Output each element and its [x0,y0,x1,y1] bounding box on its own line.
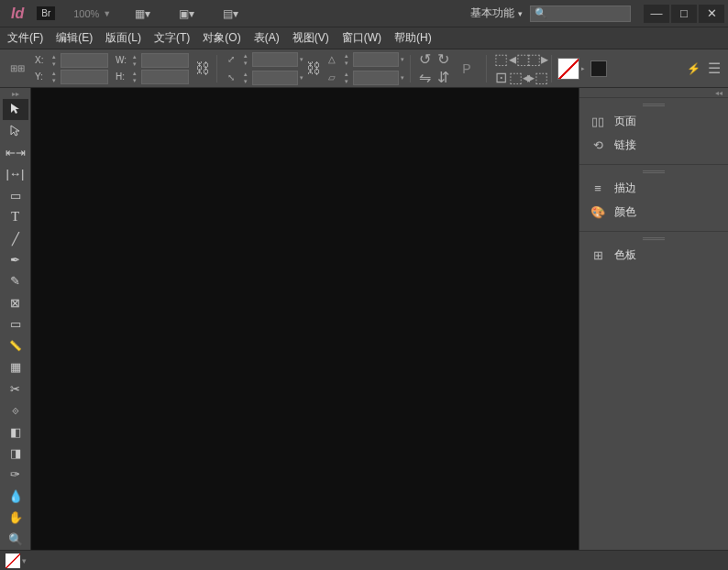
menu-help[interactable]: 帮助(H) [394,30,432,46]
panel-collapse-bar[interactable]: ◂◂ [579,88,728,97]
scale-y-input[interactable] [252,71,298,85]
rotate-ccw-icon[interactable]: ↺ [416,51,433,68]
search-input[interactable]: 🔍 [530,5,631,22]
panel-gripper[interactable] [579,236,728,241]
maximize-button[interactable]: □ [671,5,697,23]
note-tool[interactable]: ✑ [3,464,28,485]
x-input[interactable] [61,53,108,68]
gap-tool[interactable]: |↔| [3,163,28,184]
rotate-cw-icon[interactable]: ↻ [435,51,451,68]
stroke-icon: ≡ [590,181,605,195]
arrange-docs-icon[interactable]: ▤▾ [217,5,243,23]
select-first-icon[interactable]: ⬚◂ [511,70,527,86]
flip-v-icon[interactable]: ⇵ [435,70,451,86]
measure-tool[interactable]: 📏 [3,335,28,356]
content-collector-tool[interactable]: ▭ [3,185,28,206]
w-stepper[interactable]: ▴▾ [130,53,139,68]
panel-swatches[interactable]: ⊞ 色板 [579,243,728,267]
status-fill-swatch[interactable] [6,554,20,568]
grid-tool[interactable]: ▦ [3,356,28,378]
stroke-swatch[interactable] [590,60,607,77]
rectangle-tool[interactable]: ▭ [3,313,28,334]
panel-stroke[interactable]: ≡ 描边 [579,176,728,200]
selection-tool[interactable] [3,99,28,120]
eyedropper-tool[interactable]: 💧 [3,486,28,507]
toolbox-expand-icon[interactable]: ▸▸ [0,90,30,99]
fill-swatch[interactable] [557,58,579,80]
fill-dropdown-icon[interactable]: ▸ [581,65,585,72]
page-tool[interactable]: ⇤⇥ [3,142,28,163]
y-stepper[interactable]: ▴▾ [50,70,59,84]
reference-point-icon[interactable]: ⊞⊞ [6,60,29,77]
menu-layout[interactable]: 版面(L) [105,30,141,46]
rectangle-frame-tool[interactable]: ⊠ [3,292,28,313]
pen-tool[interactable]: ✒ [3,249,28,270]
panel-pages[interactable]: ▯▯ 页面 [579,109,728,133]
panel-links[interactable]: ⟲ 链接 [579,133,728,157]
select-container-icon[interactable]: ⬚ [492,51,509,68]
rotate-shear-group: △▴▾▾ ▱▴▾▾ [324,51,404,86]
bridge-badge[interactable]: Br [37,6,55,20]
w-input[interactable] [141,53,189,68]
panel-gripper[interactable] [579,169,728,174]
x-stepper[interactable]: ▴▾ [50,53,59,68]
select-content-icon[interactable]: ⊡ [492,70,509,86]
panel-group-1: ▯▯ 页面 ⟲ 链接 [579,97,728,164]
screen-mode-icon[interactable]: ▣▾ [173,5,199,23]
minimize-button[interactable]: — [644,5,669,23]
h-input[interactable] [141,70,189,84]
select-last-icon[interactable]: ▸⬚ [529,70,546,86]
select-next-icon[interactable]: ⬚▸ [529,51,546,68]
line-tool[interactable]: ╱ [3,227,28,248]
panel-gripper[interactable] [579,102,728,107]
menu-type[interactable]: 文字(T) [154,30,190,46]
constrain-proportions-icon[interactable]: ⛓ [194,60,211,77]
hand-tool[interactable]: ✋ [3,507,28,528]
workspace-selector[interactable]: 基本功能 ▾ [470,5,523,21]
panel-group-2: ≡ 描边 🎨 颜色 [579,164,728,231]
pages-icon: ▯▯ [590,114,605,128]
quick-apply-icon[interactable]: ⚡ [687,62,700,75]
control-menu-icon[interactable]: ☰ [706,60,722,77]
scale-y-stepper[interactable]: ▴▾ [241,71,250,85]
link-scale-icon[interactable]: ⛓ [305,60,322,77]
menu-file[interactable]: 文件(F) [7,30,43,46]
scissors-tool[interactable]: ✂ [3,378,28,399]
direct-selection-tool[interactable] [3,120,28,141]
rotate-dropdown[interactable]: ▾ [401,56,404,63]
free-transform-tool[interactable]: ⟐ [3,400,28,421]
zoom-dropdown-icon[interactable]: ▼ [103,9,111,18]
h-stepper[interactable]: ▴▾ [130,70,139,84]
rotate-input[interactable] [353,52,399,67]
gradient-feather-tool[interactable]: ◨ [3,443,28,464]
scale-x-input[interactable] [252,52,298,67]
y-input[interactable] [61,70,108,84]
scale-y-dropdown[interactable]: ▾ [300,74,303,82]
shear-dropdown[interactable]: ▾ [401,74,404,82]
type-tool[interactable]: T [3,206,28,227]
status-dropdown-icon[interactable]: ▾ [22,556,27,565]
select-prev-icon[interactable]: ◂⬚ [511,51,527,68]
scale-x-stepper[interactable]: ▴▾ [241,52,250,67]
scale-x-dropdown[interactable]: ▾ [300,56,303,63]
links-icon: ⟲ [590,137,605,152]
menu-object[interactable]: 对象(O) [203,30,240,46]
close-button[interactable]: ✕ [699,5,724,23]
menu-view[interactable]: 视图(V) [292,30,329,46]
menu-table[interactable]: 表(A) [254,30,280,46]
document-canvas[interactable] [31,88,579,550]
menu-window[interactable]: 窗口(W) [342,30,381,46]
w-label: W: [116,55,128,65]
shear-input[interactable] [353,71,399,85]
y-label: Y: [35,71,48,82]
pencil-tool[interactable]: ✎ [3,270,28,291]
flip-h-icon[interactable]: ⇋ [416,70,433,86]
gradient-swatch-tool[interactable]: ◧ [3,421,28,442]
zoom-level[interactable]: 100% [73,8,99,19]
panel-color[interactable]: 🎨 颜色 [579,200,728,224]
zoom-tool[interactable]: 🔍 [3,529,28,550]
shear-stepper[interactable]: ▴▾ [342,71,351,85]
rotate-stepper[interactable]: ▴▾ [342,52,351,67]
menu-edit[interactable]: 编辑(E) [56,30,93,46]
view-option-1-icon[interactable]: ▦▾ [129,5,155,23]
